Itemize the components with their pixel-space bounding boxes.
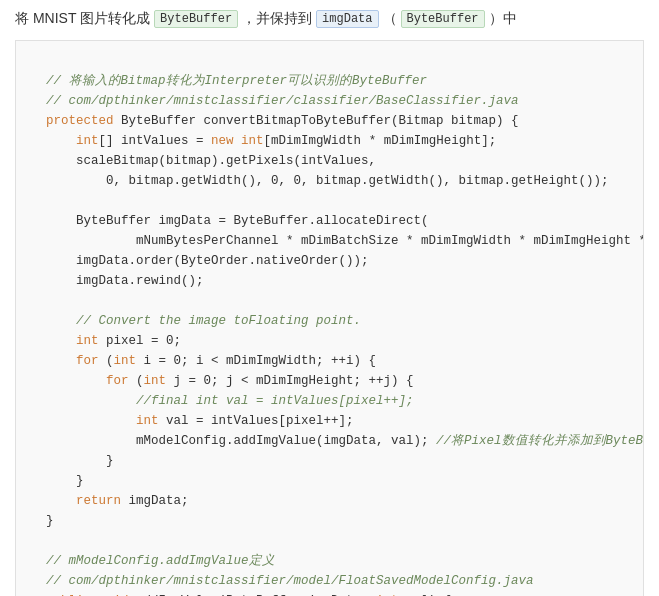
code-block: // 将输入的Bitmap转化为Interpreter可以识别的ByteBuff… xyxy=(15,40,644,596)
code-line: } xyxy=(31,511,628,531)
code-line: int[] intValues = new int[mDimImgWidth *… xyxy=(31,131,628,151)
header-middle1: ，并保持到 xyxy=(242,10,312,28)
code-line xyxy=(31,51,628,71)
code-line: 0, bitmap.getWidth(), 0, 0, bitmap.getWi… xyxy=(31,171,628,191)
code-line: imgData.rewind(); xyxy=(31,271,628,291)
header-paren-close: ）中 xyxy=(489,10,517,28)
code-line: } xyxy=(31,471,628,491)
header-paren-open: （ xyxy=(383,10,397,28)
code-line: for (int j = 0; j < mDimImgHeight; ++j) … xyxy=(31,371,628,391)
code-line: mNumBytesPerChannel * mDimBatchSize * mD… xyxy=(31,231,628,251)
header-code3: ByteBuffer xyxy=(401,10,485,28)
header-line: 将 MNIST 图片转化成 ByteBuffer ，并保持到 imgData （… xyxy=(15,10,644,28)
code-line: return imgData; xyxy=(31,491,628,511)
code-line: mModelConfig.addImgValue(imgData, val); … xyxy=(31,431,628,451)
header-code2: imgData xyxy=(316,10,378,28)
code-line: ByteBuffer imgData = ByteBuffer.allocate… xyxy=(31,211,628,231)
code-line: // mModelConfig.addImgValue定义 xyxy=(31,551,628,571)
code-line: } xyxy=(31,451,628,471)
code-line: int pixel = 0; xyxy=(31,331,628,351)
code-line: protected ByteBuffer convertBitmapToByte… xyxy=(31,111,628,131)
header-code1: ByteBuffer xyxy=(154,10,238,28)
code-line xyxy=(31,531,628,551)
code-line xyxy=(31,291,628,311)
code-line xyxy=(31,191,628,211)
code-line: //final int val = intValues[pixel++]; xyxy=(31,391,628,411)
code-line: for (int i = 0; i < mDimImgWidth; ++i) { xyxy=(31,351,628,371)
header-prefix: 将 MNIST 图片转化成 xyxy=(15,10,150,28)
code-line: imgData.order(ByteOrder.nativeOrder()); xyxy=(31,251,628,271)
code-line: // com/dpthinker/mnistclassifier/classif… xyxy=(31,91,628,111)
code-line: public void addImgValue(ByteBuffer imgDa… xyxy=(31,591,628,596)
code-line: // 将输入的Bitmap转化为Interpreter可以识别的ByteBuff… xyxy=(31,71,628,91)
code-line: int val = intValues[pixel++]; xyxy=(31,411,628,431)
code-line: scaleBitmap(bitmap).getPixels(intValues, xyxy=(31,151,628,171)
page-container: 将 MNIST 图片转化成 ByteBuffer ，并保持到 imgData （… xyxy=(0,0,659,596)
code-line: // com/dpthinker/mnistclassifier/model/F… xyxy=(31,571,628,591)
code-line: // Convert the image toFloating point. xyxy=(31,311,628,331)
